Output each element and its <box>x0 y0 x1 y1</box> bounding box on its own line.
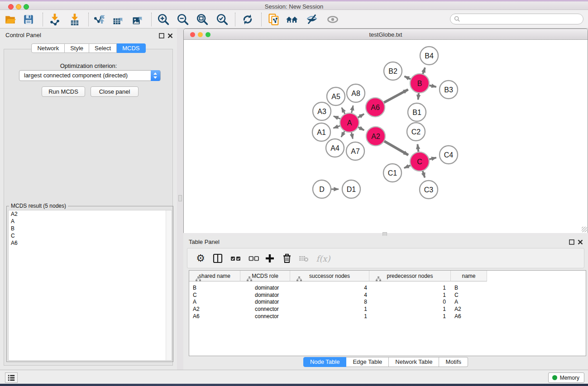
cell-predecessor-nodes[interactable]: 1 <box>369 305 451 313</box>
node-table[interactable]: shared nameMCDS rolesuccessor nodesprede… <box>189 270 586 356</box>
cell-name[interactable]: A2 <box>451 305 487 313</box>
cell-name[interactable]: A <box>451 298 487 305</box>
apply-layout-icon[interactable] <box>241 13 254 26</box>
cell-MCDS-role[interactable]: dominator <box>240 284 290 291</box>
splitter-grip[interactable] <box>178 195 182 201</box>
import-network-icon[interactable] <box>48 13 62 26</box>
column-header-successor-nodes[interactable]: successor nodes <box>290 271 369 281</box>
hide-selected-icon[interactable] <box>305 13 319 26</box>
tab-motifs[interactable]: Motifs <box>439 357 468 367</box>
cell-name[interactable]: B <box>451 284 487 291</box>
export-network-icon[interactable] <box>92 13 106 26</box>
tab-style[interactable]: Style <box>65 43 89 53</box>
float-panel-icon[interactable] <box>159 32 164 38</box>
search-field[interactable] <box>450 14 583 24</box>
cell-MCDS-role[interactable]: dominator <box>240 298 290 305</box>
cell-shared-name[interactable]: C <box>189 291 240 299</box>
zoom-fit-icon[interactable] <box>196 13 209 26</box>
tab-select[interactable]: Select <box>89 43 117 53</box>
open-session-icon[interactable] <box>4 13 17 26</box>
node-label-B3: B3 <box>444 86 453 94</box>
cell-successor-nodes[interactable]: 4 <box>290 284 369 291</box>
delete-row-icon[interactable] <box>280 252 294 265</box>
cell-successor-nodes[interactable]: 1 <box>290 305 369 313</box>
network-window-titlebar[interactable]: testGlobe.txt <box>184 29 588 40</box>
delete-table-icon[interactable] <box>297 252 311 265</box>
zoom-in-icon[interactable] <box>157 13 170 26</box>
node-label-A4: A4 <box>330 144 339 152</box>
cell-MCDS-role[interactable]: dominator <box>240 291 290 299</box>
criterion-select[interactable]: largest connected component (directed) <box>19 70 161 81</box>
mcds-result-list[interactable]: A2ABCA6 <box>8 210 172 361</box>
memory-button[interactable]: Memory <box>548 372 584 383</box>
deselect-all-icon[interactable] <box>247 252 261 265</box>
close-panel-icon[interactable] <box>167 32 173 38</box>
column-header-shared-name[interactable]: shared name <box>189 271 240 281</box>
import-table-icon[interactable] <box>68 13 81 26</box>
task-history-button[interactable] <box>5 372 18 383</box>
search-input[interactable] <box>460 16 579 22</box>
cell-predecessor-nodes[interactable]: 1 <box>369 284 451 291</box>
add-row-icon[interactable] <box>263 252 277 265</box>
cell-successor-nodes[interactable]: 4 <box>290 291 369 299</box>
show-all-icon[interactable] <box>326 13 339 26</box>
run-mcds-button[interactable]: Run MCDS <box>42 86 85 97</box>
window-resize-grip[interactable] <box>582 227 587 232</box>
cell-successor-nodes[interactable]: 8 <box>290 298 369 305</box>
close-table-panel-icon[interactable] <box>578 238 583 244</box>
show-column-icon[interactable] <box>211 252 225 265</box>
result-item[interactable]: B <box>9 225 172 232</box>
column-header-MCDS-role[interactable]: MCDS role <box>240 271 290 281</box>
node-label-B2: B2 <box>388 67 397 75</box>
zoom-out-icon[interactable] <box>176 13 190 26</box>
node-label-C: C <box>417 158 422 166</box>
cell-shared-name[interactable]: A6 <box>189 313 240 320</box>
cell-shared-name[interactable]: A <box>189 298 240 305</box>
new-network-from-selection-icon[interactable] <box>267 13 281 26</box>
export-image-icon[interactable] <box>131 13 144 26</box>
node-label-B4: B4 <box>425 52 434 60</box>
result-item[interactable]: C <box>9 232 172 239</box>
memory-status-icon <box>552 375 557 380</box>
export-table-icon[interactable] <box>111 13 125 26</box>
cell-name[interactable]: C <box>451 291 487 299</box>
app-titlebar: Session: New Session <box>0 1 588 10</box>
tab-network-table[interactable]: Network Table <box>389 357 439 367</box>
cell-predecessor-nodes[interactable]: 0 <box>369 298 451 305</box>
column-settings-icon[interactable]: ⚙ <box>194 252 207 265</box>
network-canvas[interactable]: B4B2BB3B1C2A5A8A6A3AA1A2A4A7C4CC1C3DD1 <box>184 40 588 233</box>
function-builder-icon[interactable]: f(x) <box>314 252 332 265</box>
result-item[interactable]: A2 <box>9 210 172 218</box>
column-header-predecessor-nodes[interactable]: predecessor nodes <box>369 271 451 281</box>
save-session-icon[interactable] <box>22 13 35 26</box>
cell-successor-nodes[interactable]: 1 <box>290 313 369 320</box>
network-graph: B4B2BB3B1C2A5A8A6A3AA1A2A4A7C4CC1C3DD1 <box>184 40 588 233</box>
column-header-name[interactable]: name <box>451 271 487 281</box>
table-toolbar: ⚙ f(x) <box>187 248 584 268</box>
float-table-panel-icon[interactable] <box>569 238 574 244</box>
mcds-result-group: MCDS result (5 nodes) A2ABCA6 <box>6 206 173 362</box>
cell-shared-name[interactable]: B <box>189 284 240 291</box>
tab-mcds[interactable]: MCDS <box>117 43 145 53</box>
cell-name[interactable]: A6 <box>451 313 487 320</box>
cell-predecessor-nodes[interactable]: 1 <box>369 291 451 299</box>
mcds-result-scrollbar[interactable] <box>166 210 172 360</box>
cell-predecessor-nodes[interactable]: 1 <box>369 313 451 320</box>
tab-network[interactable]: Network <box>31 43 65 53</box>
tab-node-table[interactable]: Node Table <box>303 357 347 367</box>
control-panel-title: Control Panel <box>5 32 41 38</box>
result-item[interactable]: A6 <box>9 239 172 247</box>
select-all-icon[interactable] <box>229 252 243 265</box>
vertical-splitter[interactable] <box>177 29 183 370</box>
cell-MCDS-role[interactable]: connector <box>240 313 290 320</box>
result-item[interactable]: A <box>9 218 172 225</box>
desktop-edge <box>0 384 588 386</box>
cell-shared-name[interactable]: A2 <box>189 305 240 313</box>
first-neighbors-icon[interactable] <box>286 13 299 26</box>
list-icon <box>7 374 15 382</box>
control-panel-tabs: NetworkStyleSelectMCDS <box>0 43 177 53</box>
zoom-selected-icon[interactable] <box>215 13 229 26</box>
close-panel-button[interactable]: Close panel <box>91 86 139 97</box>
tab-edge-table[interactable]: Edge Table <box>346 357 389 367</box>
cell-MCDS-role[interactable]: connector <box>240 305 290 313</box>
